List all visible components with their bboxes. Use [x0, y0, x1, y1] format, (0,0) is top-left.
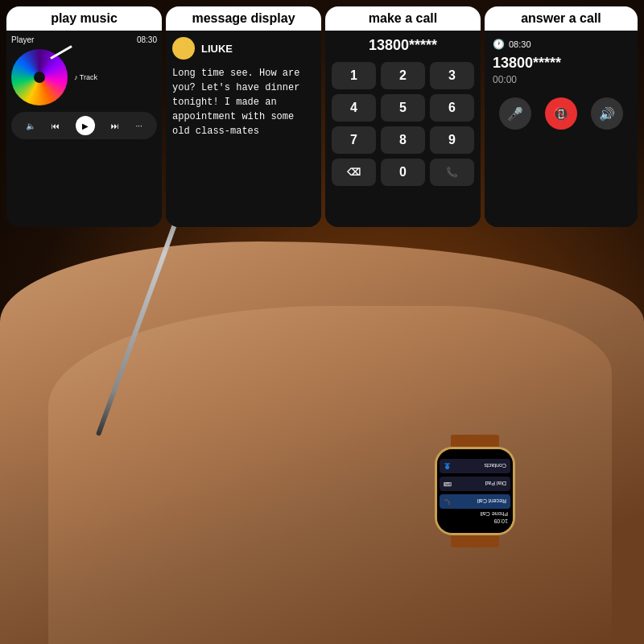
watch-strap-top	[451, 435, 499, 447]
dial-key-2[interactable]: 2	[381, 62, 425, 89]
dial-key-9[interactable]: 9	[430, 126, 474, 154]
message-sender-row: LIUKE	[172, 37, 315, 60]
answer-mic-btn[interactable]: 🎤	[499, 97, 531, 130]
answer-speaker-btn[interactable]: 🔊	[591, 97, 623, 130]
panels-container: play music Player 08:30 ♪ Track 🔈 ⏮ ▶ ⏭	[0, 0, 644, 233]
dial-key-call[interactable]: 📞	[430, 159, 474, 186]
message-sender-name: LIUKE	[201, 43, 233, 55]
answer-call-panel-body: 🕐 08:30 13800***** 00:00 🎤 📵 🔊	[485, 31, 638, 227]
music-track-name: ♪ Track	[74, 72, 97, 83]
watch-recent-icon: 📞	[444, 498, 451, 505]
dial-key-5[interactable]: 5	[381, 94, 425, 122]
watch-menu-dialpad[interactable]: Dial Pad ⌨	[440, 477, 510, 491]
watch-screen-label: Phone Call	[437, 511, 513, 517]
answer-number: 13800*****	[493, 55, 630, 72]
smartwatch: 10:09 Phone Call Recent Call 📞 Dial Pad …	[427, 435, 523, 547]
dial-key-backspace[interactable]: ⌫	[332, 159, 376, 186]
music-next-btn[interactable]: ⏭	[111, 122, 119, 130]
music-volume-btn[interactable]: 🔈	[26, 122, 35, 130]
panel-music: play music Player 08:30 ♪ Track 🔈 ⏮ ▶ ⏭	[6, 6, 162, 227]
message-panel-body: LIUKE Long time see. How are you? Let's …	[166, 31, 321, 227]
hand-foreground	[48, 306, 612, 644]
watch-menu-contacts[interactable]: Contacts 👤	[440, 459, 510, 473]
answer-duration: 00:00	[493, 74, 630, 85]
answer-controls: 🎤 📵 🔊	[493, 97, 630, 130]
vinyl-center	[34, 72, 45, 83]
watch-contacts-icon: 👤	[444, 463, 451, 469]
music-panel-body: Player 08:30 ♪ Track 🔈 ⏮ ▶ ⏭ ···	[6, 31, 162, 227]
watch-screen: 10:09 Phone Call Recent Call 📞 Dial Pad …	[437, 449, 513, 533]
music-album-area: ♪ Track	[11, 49, 157, 105]
music-top-bar: Player 08:30	[11, 35, 157, 44]
dial-key-4[interactable]: 4	[332, 94, 376, 122]
dial-key-3[interactable]: 3	[430, 62, 474, 89]
watch-strap-bottom	[451, 535, 499, 547]
dial-key-0[interactable]: 0	[381, 159, 425, 186]
watch-contacts-label: Contacts	[484, 464, 506, 469]
watch-recent-label: Recent Call	[477, 499, 506, 505]
call-number-display: 13800*****	[332, 37, 474, 54]
watch-body: 10:09 Phone Call Recent Call 📞 Dial Pad …	[435, 447, 515, 535]
dialpad: 1 2 3 4 5 6 7 8 9 ⌫ 0 📞	[332, 62, 474, 186]
panel-make-call: make a call 13800***** 1 2 3 4 5 6 7 8 9…	[325, 6, 481, 227]
music-player-label: Player	[11, 35, 34, 44]
watch-dialpad-label: Dial Pad	[485, 481, 506, 487]
answer-end-btn[interactable]: 📵	[545, 97, 577, 130]
vinyl-disc	[11, 49, 68, 105]
make-call-panel-body: 13800***** 1 2 3 4 5 6 7 8 9 ⌫ 0 📞	[325, 31, 481, 227]
watch-menu-recent[interactable]: Recent Call 📞	[440, 494, 510, 509]
dial-key-7[interactable]: 7	[332, 126, 376, 154]
dial-key-6[interactable]: 6	[430, 94, 474, 122]
answer-time-row: 🕐 08:30	[493, 39, 630, 50]
music-prev-btn[interactable]: ⏮	[52, 122, 60, 130]
dial-key-1[interactable]: 1	[332, 62, 376, 89]
dial-key-8[interactable]: 8	[381, 126, 425, 154]
music-track-info: ♪ Track	[74, 72, 97, 83]
message-text: Long time see. How are you? Let's have d…	[172, 66, 315, 138]
panel-answer-call: answer a call 🕐 08:30 13800***** 00:00 🎤…	[485, 6, 638, 227]
panel-message: message display LIUKE Long time see. How…	[166, 6, 321, 227]
music-more-btn[interactable]: ···	[136, 122, 142, 130]
music-time: 08:30	[137, 35, 157, 44]
message-panel-header: message display	[166, 6, 321, 31]
music-panel-header: play music	[6, 6, 162, 31]
music-controls: 🔈 ⏮ ▶ ⏭ ···	[11, 112, 157, 139]
clock-icon: 🕐	[493, 39, 505, 50]
make-call-panel-header: make a call	[325, 6, 481, 31]
message-avatar	[172, 37, 195, 60]
music-play-btn[interactable]: ▶	[76, 116, 95, 135]
vinyl-needle	[50, 45, 72, 60]
answer-call-panel-header: answer a call	[485, 6, 638, 31]
watch-time: 10:09	[437, 518, 513, 524]
answer-time: 08:30	[509, 39, 531, 49]
watch-dialpad-icon: ⌨	[444, 481, 452, 487]
